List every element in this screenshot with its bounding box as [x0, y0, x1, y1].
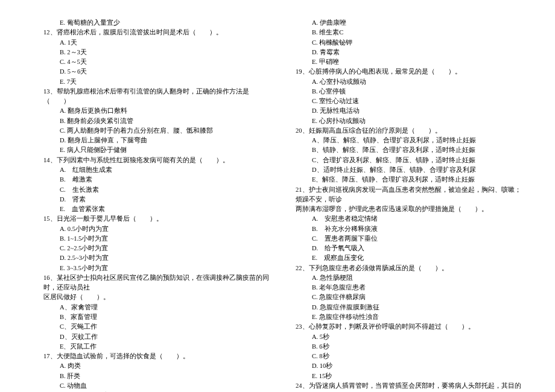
- q16-option-d: D、灭蚊工作: [60, 332, 271, 342]
- q21-stem-line2: 两肺满布湿啰音，护理此患者应迅速采取的护理措施是（ ）。: [296, 204, 524, 214]
- q23-stem: 23、心肺复苏时，判断及评价呼吸的时间不得超过（ ）。: [296, 322, 524, 332]
- q13-option-a: A. 翻身后更换伤口敷料: [60, 106, 271, 116]
- q21-stem-line1: 21、护士夜间巡视病房发现一高血压患者突然憋醒，被迫坐起，胸闷、咳嗽；烦躁不安，…: [296, 185, 524, 205]
- q17-stem: 17、大便隐血试验前，可选择的饮食是（ ）。: [43, 352, 271, 361]
- q22-option-a: A. 急性肠梗阻: [312, 273, 524, 283]
- q12-option-c: C. 4～5天: [60, 57, 271, 67]
- q11-option-e: E. 葡萄糖的入量宜少: [60, 18, 271, 28]
- q16-options: A、家禽管理 B、家畜管理 C、灭蝇工作 D、灭蚊工作 E、灭鼠工作: [43, 303, 271, 352]
- q17-option-b: B. 肝类: [60, 371, 271, 381]
- q12-options: A. 1天 B. 2～3天 C. 4～5天 D. 5～6天 E. 7天: [43, 38, 271, 87]
- q20-options: A、降压、解痉、镇静、合理扩容及利尿，适时终止妊娠 B、镇静、解痉、降压、合理扩…: [296, 136, 524, 185]
- q20-option-a: A、降压、解痉、镇静、合理扩容及利尿，适时终止妊娠: [312, 136, 524, 145]
- q19-option-b: B. 心室停顿: [312, 87, 524, 96]
- q15-option-c: C. 2~2.5小时为宜: [60, 244, 271, 253]
- q18-option-d: D. 青霉素: [312, 48, 524, 57]
- q13-option-e: E. 病人只能侧卧于健侧: [60, 145, 271, 155]
- q16-stem-line1: 16、某社区护士拟向社区居民宣传乙脑的预防知识，在强调接种乙脑疫苗的同时，还应动…: [43, 273, 271, 293]
- q14-option-d: D. 肾素: [60, 195, 271, 204]
- q12-option-d: D. 5～6天: [60, 67, 271, 77]
- q16-option-e: E、灭鼠工作: [60, 342, 271, 352]
- page-content: E. 葡萄糖的入量宜少 12、肾癌根治术后，腹膜后引流管拔出时间是术后（ ）。 …: [0, 0, 555, 392]
- q22-option-d: D. 急腹症伴腹膜刺激征: [312, 303, 524, 312]
- q12-option-a: A. 1天: [60, 38, 271, 48]
- q21-option-a: A. 安慰患者稳定情绪: [312, 214, 524, 224]
- right-column: A. 伊曲康唑 B. 维生素C C. 枸橼酸铋钾 D. 青霉素 E. 甲硝唑 1…: [278, 18, 530, 392]
- q17-option-c: C. 动物血: [60, 381, 271, 391]
- q16-option-b: B、家畜管理: [60, 312, 271, 322]
- q13-option-c: C. 两人助翻身时手的着力点分别在肩、腰、骶和膝部: [60, 126, 271, 136]
- q19-option-a: A. 心室扑动或颤动: [312, 77, 524, 87]
- q23-option-e: E. 15秒: [312, 371, 524, 381]
- q15-option-b: B. 1~1.5小时为宜: [60, 234, 271, 244]
- q14-option-a: A. 红细胞生成素: [60, 165, 271, 175]
- q19-option-c: C. 室性心动过速: [312, 96, 524, 106]
- q21-option-e: E. 观察血压变化: [312, 253, 524, 263]
- q17-option-a: A. 肉类: [60, 361, 271, 371]
- q14-options: A. 红细胞生成素 B. 雌激素 C. 生长激素 D. 肾素 E. 血管紧张素: [43, 165, 271, 214]
- q18-option-b: B. 维生素C: [312, 28, 524, 37]
- q23-option-d: D. 10秒: [312, 361, 524, 371]
- q19-option-d: D. 无脉性电活动: [312, 106, 524, 116]
- q19-option-e: E. 心房扑动或颤动: [312, 116, 524, 126]
- q11-options-tail: E. 葡萄糖的入量宜少: [43, 18, 271, 28]
- q14-option-b: B. 雌激素: [60, 175, 271, 185]
- q18-option-c: C. 枸橼酸铋钾: [312, 38, 524, 48]
- q16-option-a: A、家禽管理: [60, 303, 271, 312]
- q16-stem-line2: 区居民做好（ ）。: [43, 292, 271, 302]
- q19-options: A. 心室扑动或颤动 B. 心室停顿 C. 室性心动过速 D. 无脉性电活动 E…: [296, 77, 524, 126]
- q20-option-c: C、合理扩容及利尿、解痉、降压、镇静，适时终止妊娠: [312, 156, 524, 165]
- q24-stem: 24、为昏迷病人插胃管时，当胃管插至会厌部时，要将病人头部托起，其目的是（ ）。: [296, 381, 524, 392]
- q22-stem: 22、下列急腹症患者必须做胃肠减压的是（ ）。: [296, 264, 524, 273]
- q21-options: A. 安慰患者稳定情绪 B. 补充水分稀释痰液 C. 置患者两腿下垂位 D. 给…: [296, 214, 524, 263]
- q20-option-d: D、适时终止妊娠、解痉、降压、镇静、合理扩容及利尿: [312, 165, 524, 175]
- q15-stem: 15、日光浴一般于婴儿早餐后（ ）。: [43, 214, 271, 224]
- q23-option-a: A. 5秒: [312, 332, 524, 342]
- q21-option-c: C. 置患者两腿下垂位: [312, 234, 524, 244]
- q13-stem: 13、帮助乳腺癌根治术后带有引流管的病人翻身时，正确的操作方法是（ ）: [43, 87, 271, 107]
- q13-option-d: D. 翻身后上腿伸直，下腿弯曲: [60, 136, 271, 145]
- q21-option-b: B. 补充水分稀释痰液: [312, 224, 524, 234]
- q18-option-a: A. 伊曲康唑: [312, 18, 524, 28]
- q14-stem: 14、下列因素中与系统性红斑狼疮发病可能有关的是（ ）。: [43, 156, 271, 165]
- q21-option-d: D. 给予氧气吸入: [312, 244, 524, 253]
- q18-options: A. 伊曲康唑 B. 维生素C C. 枸橼酸铋钾 D. 青霉素 E. 甲硝唑: [296, 18, 524, 67]
- q14-option-e: E. 血管紧张素: [60, 204, 271, 214]
- q17-options: A. 肉类 B. 肝类 C. 动物血 D. 豆制品、冬瓜 E. 绿色蔬菜: [43, 361, 271, 392]
- q23-option-b: B. 6秒: [312, 342, 524, 352]
- q18-option-e: E. 甲硝唑: [312, 57, 524, 67]
- q19-stem: 19、心脏搏停病人的心电图表现，最常见的是（ ）。: [296, 67, 524, 77]
- q15-options: A. 0.5小时内为宜 B. 1~1.5小时为宜 C. 2~2.5小时为宜 D.…: [43, 224, 271, 273]
- q23-option-c: C. 8秒: [312, 352, 524, 361]
- q22-option-b: B. 老年急腹症患者: [312, 283, 524, 292]
- q15-option-d: D. 2.5~3小时为宜: [60, 253, 271, 263]
- q23-options: A. 5秒 B. 6秒 C. 8秒 D. 10秒 E. 15秒: [296, 332, 524, 381]
- q20-stem: 20、妊娠期高血压综合征的治疗原则是（ ）。: [296, 126, 524, 136]
- q12-option-b: B. 2～3天: [60, 48, 271, 57]
- q20-option-b: B、镇静、解痉、降压、合理扩容及利尿，适时终止妊娠: [312, 145, 524, 155]
- q13-options: A. 翻身后更换伤口敷料 B. 翻身前必须夹紧引流管 C. 两人助翻身时手的着力…: [43, 106, 271, 155]
- q15-option-a: A. 0.5小时内为宜: [60, 224, 271, 234]
- q22-option-c: C. 急腹症伴糖尿病: [312, 292, 524, 302]
- q22-option-e: E. 急腹症伴移动性浊音: [312, 312, 524, 322]
- q14-option-c: C. 生长激素: [60, 185, 271, 195]
- q15-option-e: E. 3~3.5小时为宜: [60, 264, 271, 273]
- q20-option-e: E、解痉、降压、镇静、合理扩容及利尿，适时终止妊娠: [312, 175, 524, 185]
- q13-option-b: B. 翻身前必须夹紧引流管: [60, 116, 271, 126]
- q12-option-e: E. 7天: [60, 77, 271, 87]
- q22-options: A. 急性肠梗阻 B. 老年急腹症患者 C. 急腹症伴糖尿病 D. 急腹症伴腹膜…: [296, 273, 524, 322]
- q16-option-c: C、灭蝇工作: [60, 322, 271, 332]
- q12-stem: 12、肾癌根治术后，腹膜后引流管拔出时间是术后（ ）。: [43, 28, 271, 37]
- left-column: E. 葡萄糖的入量宜少 12、肾癌根治术后，腹膜后引流管拔出时间是术后（ ）。 …: [25, 18, 278, 392]
